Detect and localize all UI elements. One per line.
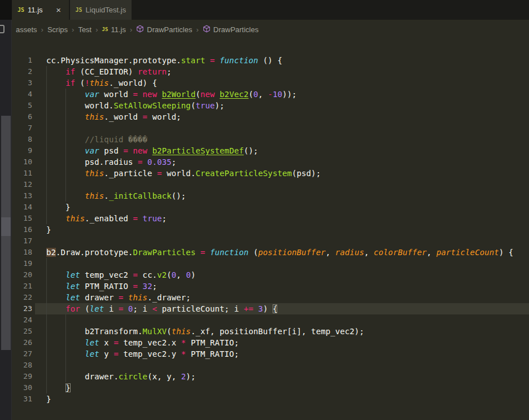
token	[46, 78, 65, 88]
code-line-15[interactable]: 15 this._enabled = true;	[12, 213, 529, 224]
breadcrumb-item-assets[interactable]: assets	[16, 25, 37, 34]
code-line-19[interactable]: 19	[12, 258, 529, 269]
code-line-29[interactable]: 29 drawer.circle(x, y, 2);	[12, 371, 529, 382]
code-line-14[interactable]: 14 }	[12, 202, 529, 213]
token: let	[65, 293, 80, 302]
line-number[interactable]: 31	[12, 393, 32, 405]
token: ));	[282, 90, 297, 99]
code-line-30[interactable]: 30 }	[12, 382, 529, 393]
token: {	[273, 304, 278, 313]
line-number[interactable]: 9	[12, 145, 32, 156]
token: psd.radius	[46, 158, 138, 167]
line-number[interactable]: 19	[12, 258, 32, 269]
token: positionBuffer	[258, 248, 325, 257]
line-number[interactable]: 20	[12, 269, 32, 281]
line-number[interactable]: 30	[12, 382, 32, 393]
token: =	[133, 214, 138, 223]
code-line-25[interactable]: 25 b2Transform.MulXV(this._xf, positionB…	[12, 326, 529, 337]
code-line-1[interactable]: 1cc.PhysicsManager.prototype.start = fun…	[12, 55, 529, 66]
token: ;	[172, 158, 177, 167]
code-line-2[interactable]: 2 if (CC_EDITOR) return;	[12, 66, 529, 77]
code-line-4[interactable]: 4 var world = new b2World(new b2Vec2(0, …	[12, 89, 529, 100]
breadcrumb-item-scrips[interactable]: Scrips	[47, 25, 68, 34]
line-number[interactable]: 12	[12, 179, 32, 190]
code-line-23[interactable]: 23 for (let i = 0; i < particleCount; i …	[12, 303, 529, 314]
code-line-27[interactable]: 27 let y = temp_vec2.y * PTM_RATIO;	[12, 348, 529, 360]
code-line-20[interactable]: 20 let temp_vec2 = cc.v2(0, 0)	[12, 269, 529, 281]
token: drawer.	[46, 372, 119, 381]
code-line-18[interactable]: 18b2.Draw.prototype.DrawParticles = func…	[12, 247, 529, 258]
breadcrumb-item-test[interactable]: Test	[78, 25, 91, 34]
code-line-26[interactable]: 26 let x = temp_vec2.x * PTM_RATIO;	[12, 337, 529, 348]
line-number[interactable]: 2	[12, 66, 32, 77]
line-number[interactable]: 21	[12, 281, 32, 292]
code-line-11[interactable]: 11 this._particle = world.CreateParticle…	[12, 168, 529, 179]
line-number[interactable]: 25	[12, 326, 32, 337]
line-number[interactable]: 18	[12, 247, 32, 258]
token: v2	[157, 270, 167, 279]
code-text: }	[46, 202, 71, 213]
code-editor[interactable]: 1cc.PhysicsManager.prototype.start = fun…	[12, 55, 529, 416]
line-number[interactable]: 13	[12, 190, 32, 202]
code-text: var world = new b2World(new b2Vec2(0, -1…	[46, 89, 297, 100]
breadcrumb-label: Test	[78, 25, 91, 34]
line-number[interactable]: 1	[12, 55, 32, 66]
breadcrumb-item-drawparticles[interactable]: DrawParticles	[136, 25, 192, 34]
token: ._world) {	[109, 78, 157, 88]
line-number[interactable]: 27	[12, 348, 32, 360]
breadcrumb-item-11-js[interactable]: JS11.js	[102, 25, 126, 34]
code-line-5[interactable]: 5 world.SetAllowSleeping(true);	[12, 100, 529, 111]
breadcrumb-label: 11.js	[111, 25, 126, 34]
line-number[interactable]: 4	[12, 89, 32, 100]
breadcrumb-label: Scrips	[47, 25, 68, 34]
line-number[interactable]: 14	[12, 202, 32, 213]
code-line-7[interactable]: 7	[12, 123, 529, 134]
code-line-6[interactable]: 6 this._world = world;	[12, 111, 529, 123]
token	[46, 338, 85, 347]
line-number[interactable]: 8	[12, 134, 32, 145]
line-number[interactable]: 7	[12, 123, 32, 134]
code-line-16[interactable]: 16}	[12, 224, 529, 235]
code-line-21[interactable]: 21 let PTM_RATIO = 32;	[12, 281, 529, 292]
line-number[interactable]: 3	[12, 77, 32, 89]
line-number[interactable]: 5	[12, 100, 32, 111]
line-number[interactable]: 10	[12, 156, 32, 168]
code-line-10[interactable]: 10 psd.radius = 0.035;	[12, 156, 529, 168]
code-line-3[interactable]: 3 if (!this._world) {	[12, 77, 529, 89]
code-line-17[interactable]: 17	[12, 235, 529, 247]
code-line-31[interactable]: 31}	[12, 393, 529, 405]
line-number[interactable]: 23	[12, 303, 32, 314]
token: function	[210, 248, 248, 257]
token: y	[99, 349, 114, 358]
tab-liquidtest-js[interactable]: JSLiquidTest.js	[70, 0, 132, 20]
code-line-13[interactable]: 13 this._initCallback();	[12, 190, 529, 202]
token: (	[195, 90, 200, 99]
breadcrumb-item-drawparticles[interactable]: DrawParticles	[203, 25, 259, 34]
token: this	[90, 78, 109, 88]
close-icon[interactable]: ×	[54, 6, 63, 15]
code-line-22[interactable]: 22 let drawer = this._drawer;	[12, 292, 529, 303]
token: ._xf, positionBuffer[i], temp_vec2);	[191, 327, 364, 336]
code-line-24[interactable]: 24	[12, 314, 529, 326]
code-line-28[interactable]: 28	[12, 360, 529, 371]
tab-11-js[interactable]: JS11.js×	[12, 0, 69, 20]
line-number[interactable]: 11	[12, 168, 32, 179]
token: b2Transform.	[46, 327, 143, 336]
line-number[interactable]: 22	[12, 292, 32, 303]
line-number[interactable]: 6	[12, 111, 32, 123]
line-number[interactable]: 28	[12, 360, 32, 371]
line-number[interactable]: 17	[12, 235, 32, 247]
token: (	[75, 78, 85, 88]
token: psd	[99, 146, 124, 155]
line-number[interactable]: 16	[12, 224, 32, 235]
line-number[interactable]: 15	[12, 213, 32, 224]
line-number[interactable]: 24	[12, 314, 32, 326]
token: particleCount; i	[157, 304, 244, 313]
code-line-8[interactable]: 8 //liquid ����	[12, 134, 529, 145]
token: 3	[258, 304, 263, 313]
code-line-9[interactable]: 9 var psd = new b2ParticleSystemDef();	[12, 145, 529, 156]
line-number[interactable]: 26	[12, 337, 32, 348]
code-line-12[interactable]: 12	[12, 179, 529, 190]
token: 32	[143, 282, 152, 291]
line-number[interactable]: 29	[12, 371, 32, 382]
